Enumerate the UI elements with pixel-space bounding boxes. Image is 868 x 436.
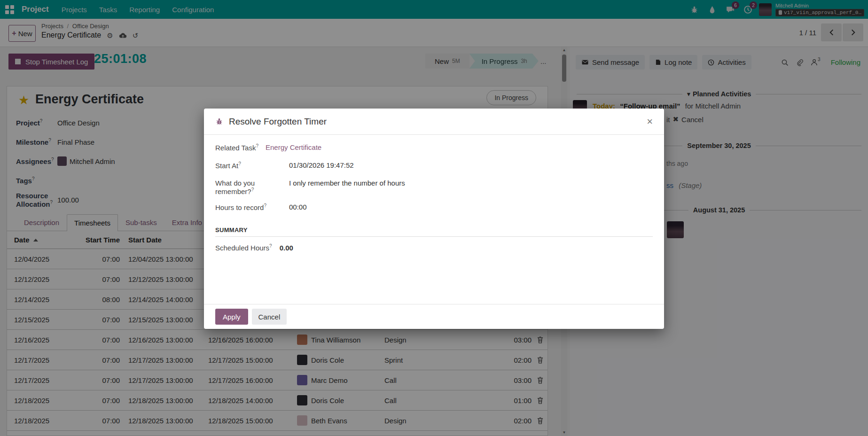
modal-title: Resolve Forgotten Timer [229, 117, 327, 127]
cancel-button[interactable]: Cancel [252, 309, 287, 325]
remember-label: What do you remember?? [215, 179, 289, 195]
remember-value[interactable]: I only remember the number of hours [289, 179, 405, 195]
start-at-row: Start At? 01/30/2026 19:47:52 [215, 161, 653, 170]
resolve-forgotten-timer-modal: Resolve Forgotten Timer × Related Task? … [204, 109, 664, 329]
apply-button[interactable]: Apply [215, 309, 248, 325]
hours-to-record-input[interactable]: 00:00 [289, 203, 307, 211]
summary-heading: SUMMARY [215, 226, 653, 237]
modal-footer: Apply Cancel [204, 304, 664, 329]
remember-row: What do you remember?? I only remember t… [215, 179, 653, 195]
scheduled-hours-label: Scheduled Hours? [215, 243, 272, 252]
start-at-label: Start At? [215, 161, 289, 170]
modal-header: Resolve Forgotten Timer × [204, 109, 664, 135]
start-at-value[interactable]: 01/30/2026 19:47:52 [289, 161, 354, 170]
bug-icon [215, 117, 223, 125]
close-icon[interactable]: × [647, 117, 653, 127]
hours-to-record-row: Hours to record? 00:00 [215, 203, 653, 211]
related-task-label: Related Task? [215, 143, 266, 152]
scheduled-hours-value: 0.00 [280, 244, 293, 252]
related-task-link[interactable]: Energy Certificate [266, 143, 321, 152]
scheduled-hours-row: Scheduled Hours? 0.00 [215, 243, 653, 252]
related-task-row: Related Task? Energy Certificate [215, 143, 653, 152]
modal-body: Related Task? Energy Certificate Start A… [204, 135, 664, 252]
hours-to-record-label: Hours to record? [215, 203, 289, 211]
